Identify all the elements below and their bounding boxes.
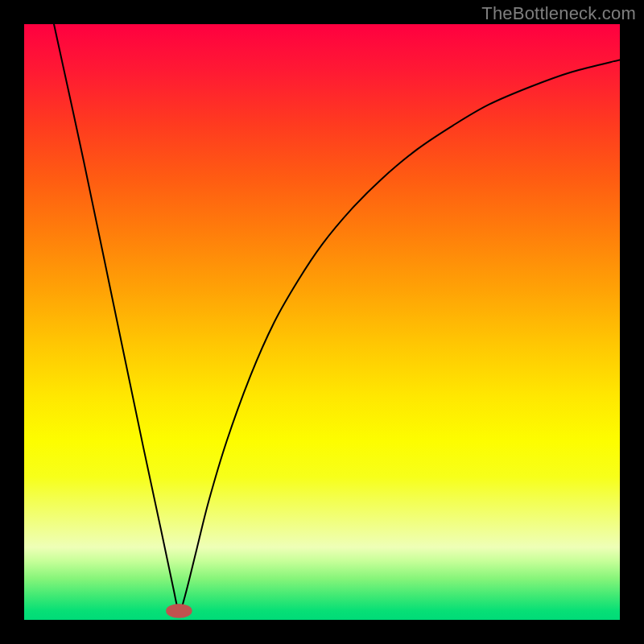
watermark-text: TheBottleneck.com [481,3,636,24]
plot-area [24,24,620,620]
chart-frame: TheBottleneck.com [0,0,644,644]
bottleneck-curve [54,24,620,611]
minimum-marker [166,604,192,618]
curve-svg [24,24,620,620]
